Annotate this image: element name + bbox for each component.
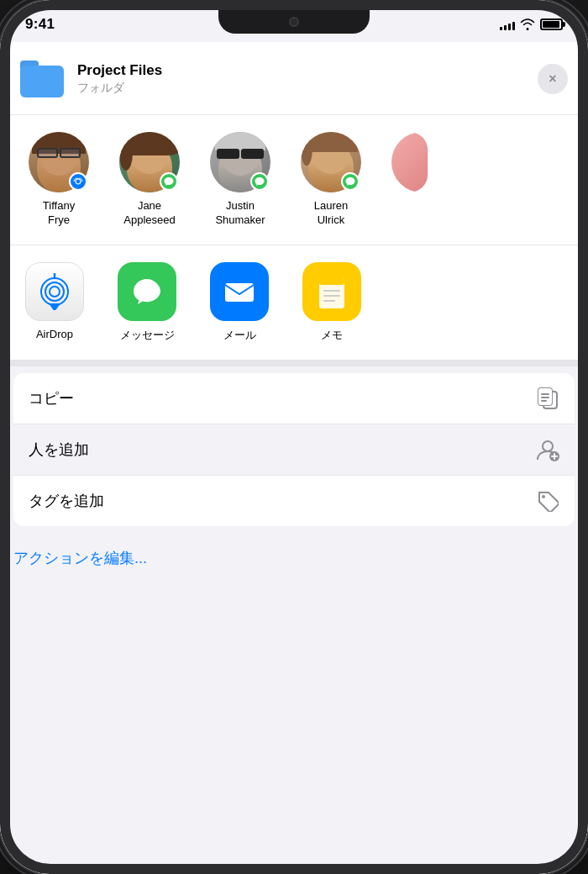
tag-icon [536,489,559,513]
folder-icon [20,61,64,97]
apps-section: AirDrop メッセージ [0,245,588,366]
contacts-section: TiffanyFrye [0,115,588,245]
contact-jane[interactable]: JaneAppleseed [108,132,192,228]
svg-rect-14 [541,393,549,395]
svg-rect-10 [323,300,335,302]
messages-app-icon [118,262,176,321]
edit-actions-label: アクションを編集... [13,550,147,566]
signal-icon [500,18,515,30]
svg-point-0 [76,179,81,184]
close-button[interactable]: × [538,64,568,94]
avatar-wrap-justin [210,132,270,192]
avatar-wrap-lauren [301,132,361,192]
avatar-wrap-jane [119,132,180,192]
contact-name-lauren: LaurenUlrick [314,199,348,228]
action-add-tag-label: タグを追加 [29,491,104,511]
apps-row: AirDrop メッセージ [17,262,588,343]
battery-icon [540,18,563,30]
svg-rect-15 [541,397,549,398]
svg-rect-7 [319,278,344,285]
phone-frame: 9:41 [0,0,588,874]
notes-app-icon [302,262,361,321]
file-name: Project Files [77,62,162,79]
contact-lauren[interactable]: LaurenUlrick [289,132,373,228]
app-airdrop[interactable]: AirDrop [17,262,92,340]
share-sheet: Project Files フォルダ × [0,42,588,874]
badge-messages-jane [160,172,178,191]
badge-messages-lauren [341,172,360,191]
svg-rect-5 [225,283,254,302]
copy-icon [536,387,559,410]
action-copy[interactable]: コピー [13,373,575,424]
file-type: フォルダ [77,81,162,96]
svg-point-17 [543,441,553,451]
edit-actions[interactable]: アクションを編集... [0,533,588,583]
contact-justin[interactable]: JustinShumaker [198,132,282,228]
file-info: Project Files フォルダ [20,61,162,97]
app-label-notes: メモ [321,328,343,343]
app-notes[interactable]: メモ [294,262,370,343]
badge-messages-justin [250,172,269,191]
status-icons [500,18,563,30]
app-mail[interactable]: メール [202,262,277,343]
contact-name-tiffany: TiffanyFrye [43,199,75,228]
action-copy-label: コピー [29,388,74,408]
badge-airdrop-tiffany [69,172,87,191]
contact-tiffany[interactable]: TiffanyFrye [17,132,101,228]
app-label-airdrop: AirDrop [36,328,73,340]
notch [218,10,370,34]
svg-rect-8 [323,290,340,292]
mail-app-icon [210,262,269,321]
file-text: Project Files フォルダ [77,62,162,96]
actions-section: コピー 人を追加 [13,373,575,526]
app-label-messages: メッセージ [120,328,175,343]
action-add-person-label: 人を追加 [29,440,89,460]
contact-name-jane: JaneAppleseed [123,199,175,228]
add-person-icon [536,438,559,461]
contact-name-justin: JustinShumaker [215,199,265,228]
wifi-icon [520,18,535,30]
svg-rect-9 [323,295,340,297]
phone-content: Project Files フォルダ × [0,42,588,874]
contact-extra[interactable] [380,132,464,199]
avatar-wrap-tiffany [29,132,89,192]
avatar-wrap-extra [391,132,452,192]
svg-point-2 [45,282,64,301]
action-add-tag[interactable]: タグを追加 [13,476,575,526]
status-time: 9:41 [25,16,55,33]
avatar-extra [391,132,452,192]
app-messages[interactable]: メッセージ [109,262,185,343]
contacts-row: TiffanyFrye [17,132,588,228]
svg-rect-16 [541,400,547,402]
airdrop-app-icon [25,262,84,321]
file-header: Project Files フォルダ × [0,42,588,115]
svg-point-21 [542,495,545,498]
action-add-person[interactable]: 人を追加 [13,424,575,476]
app-label-mail: メール [223,328,256,343]
front-camera [289,17,299,27]
svg-point-1 [50,287,60,297]
